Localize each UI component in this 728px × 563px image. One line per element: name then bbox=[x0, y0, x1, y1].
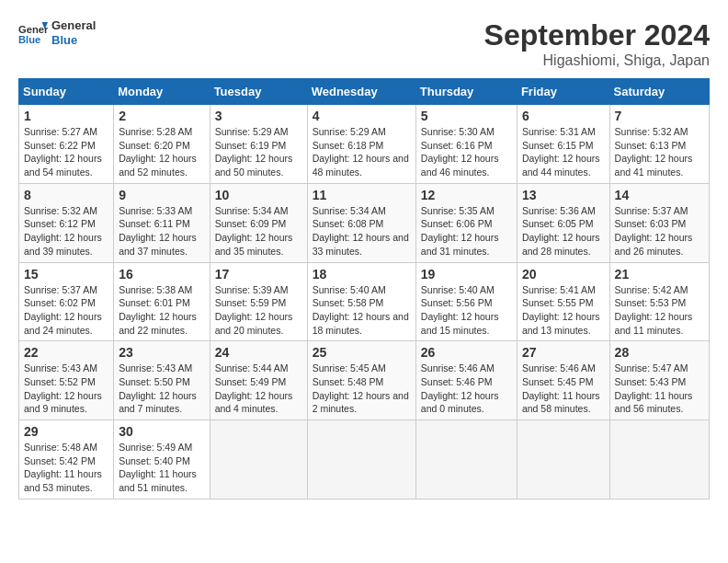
calendar-week-5: 29Sunrise: 5:48 AMSunset: 5:42 PMDayligh… bbox=[19, 420, 710, 500]
day-info: Sunrise: 5:31 AMSunset: 6:15 PMDaylight:… bbox=[522, 125, 605, 179]
calendar-week-4: 22Sunrise: 5:43 AMSunset: 5:52 PMDayligh… bbox=[19, 341, 710, 420]
day-number: 7 bbox=[615, 109, 704, 123]
day-info: Sunrise: 5:33 AMSunset: 6:11 PMDaylight:… bbox=[119, 204, 204, 259]
calendar-body: 1Sunrise: 5:27 AMSunset: 6:22 PMDaylight… bbox=[19, 105, 710, 500]
location-title: Higashiomi, Shiga, Japan bbox=[484, 52, 710, 69]
day-info: Sunrise: 5:48 AMSunset: 5:42 PMDaylight:… bbox=[24, 441, 108, 495]
calendar-cell: 27Sunrise: 5:46 AMSunset: 5:45 PMDayligh… bbox=[517, 341, 609, 420]
day-info: Sunrise: 5:49 AMSunset: 5:40 PMDaylight:… bbox=[119, 441, 204, 495]
calendar-cell bbox=[609, 420, 709, 500]
day-number: 8 bbox=[24, 188, 108, 202]
header-cell-sunday: Sunday bbox=[19, 79, 114, 105]
calendar-cell: 19Sunrise: 5:40 AMSunset: 5:56 PMDayligh… bbox=[415, 262, 517, 341]
day-number: 3 bbox=[215, 109, 302, 123]
calendar-cell: 29Sunrise: 5:48 AMSunset: 5:42 PMDayligh… bbox=[19, 420, 114, 500]
day-info: Sunrise: 5:40 AMSunset: 5:58 PMDaylight:… bbox=[313, 283, 411, 338]
day-number: 1 bbox=[24, 109, 108, 123]
day-info: Sunrise: 5:29 AMSunset: 6:18 PMDaylight:… bbox=[313, 125, 411, 179]
day-number: 2 bbox=[119, 109, 204, 123]
calendar-cell: 13Sunrise: 5:36 AMSunset: 6:05 PMDayligh… bbox=[517, 183, 609, 262]
calendar-cell: 21Sunrise: 5:42 AMSunset: 5:53 PMDayligh… bbox=[609, 262, 709, 341]
day-number: 11 bbox=[313, 188, 411, 202]
header-cell-tuesday: Tuesday bbox=[210, 79, 307, 105]
day-number: 16 bbox=[119, 267, 204, 282]
day-info: Sunrise: 5:32 AMSunset: 6:12 PMDaylight:… bbox=[24, 204, 108, 259]
day-number: 9 bbox=[119, 188, 204, 202]
calendar-cell: 28Sunrise: 5:47 AMSunset: 5:43 PMDayligh… bbox=[609, 341, 709, 420]
calendar-cell bbox=[517, 420, 609, 500]
day-info: Sunrise: 5:44 AMSunset: 5:49 PMDaylight:… bbox=[215, 362, 302, 416]
calendar-cell: 23Sunrise: 5:43 AMSunset: 5:50 PMDayligh… bbox=[114, 341, 210, 420]
day-number: 17 bbox=[215, 267, 302, 282]
day-number: 28 bbox=[615, 345, 704, 360]
day-info: Sunrise: 5:39 AMSunset: 5:59 PMDaylight:… bbox=[215, 283, 302, 338]
day-number: 24 bbox=[215, 345, 302, 360]
day-number: 6 bbox=[522, 109, 605, 123]
day-info: Sunrise: 5:34 AMSunset: 6:09 PMDaylight:… bbox=[215, 204, 302, 259]
logo-line2: Blue bbox=[51, 33, 96, 48]
calendar-header-row: SundayMondayTuesdayWednesdayThursdayFrid… bbox=[19, 79, 710, 105]
calendar-week-3: 15Sunrise: 5:37 AMSunset: 6:02 PMDayligh… bbox=[19, 262, 710, 341]
day-number: 14 bbox=[615, 188, 704, 202]
calendar-cell: 20Sunrise: 5:41 AMSunset: 5:55 PMDayligh… bbox=[517, 262, 609, 341]
day-info: Sunrise: 5:45 AMSunset: 5:48 PMDaylight:… bbox=[313, 362, 411, 416]
day-info: Sunrise: 5:38 AMSunset: 6:01 PMDaylight:… bbox=[119, 283, 204, 338]
calendar-cell: 22Sunrise: 5:43 AMSunset: 5:52 PMDayligh… bbox=[19, 341, 114, 420]
calendar-cell: 25Sunrise: 5:45 AMSunset: 5:48 PMDayligh… bbox=[307, 341, 415, 420]
calendar-cell: 3Sunrise: 5:29 AMSunset: 6:19 PMDaylight… bbox=[210, 105, 307, 184]
day-info: Sunrise: 5:47 AMSunset: 5:43 PMDaylight:… bbox=[615, 362, 704, 416]
calendar-cell: 24Sunrise: 5:44 AMSunset: 5:49 PMDayligh… bbox=[210, 341, 307, 420]
day-info: Sunrise: 5:40 AMSunset: 5:56 PMDaylight:… bbox=[421, 283, 512, 338]
day-info: Sunrise: 5:34 AMSunset: 6:08 PMDaylight:… bbox=[313, 204, 411, 259]
day-info: Sunrise: 5:29 AMSunset: 6:19 PMDaylight:… bbox=[215, 125, 302, 179]
calendar-cell: 18Sunrise: 5:40 AMSunset: 5:58 PMDayligh… bbox=[307, 262, 415, 341]
day-info: Sunrise: 5:28 AMSunset: 6:20 PMDaylight:… bbox=[119, 125, 204, 179]
day-info: Sunrise: 5:32 AMSunset: 6:13 PMDaylight:… bbox=[615, 125, 704, 179]
day-number: 13 bbox=[522, 188, 605, 202]
day-number: 27 bbox=[522, 345, 605, 360]
month-title: September 2024 bbox=[484, 18, 710, 52]
header-cell-wednesday: Wednesday bbox=[307, 79, 415, 105]
day-info: Sunrise: 5:46 AMSunset: 5:46 PMDaylight:… bbox=[421, 362, 512, 416]
calendar-cell: 30Sunrise: 5:49 AMSunset: 5:40 PMDayligh… bbox=[114, 420, 210, 500]
calendar-cell: 11Sunrise: 5:34 AMSunset: 6:08 PMDayligh… bbox=[307, 183, 415, 262]
calendar-week-1: 1Sunrise: 5:27 AMSunset: 6:22 PMDaylight… bbox=[19, 105, 710, 184]
day-number: 4 bbox=[313, 109, 411, 123]
calendar-cell: 8Sunrise: 5:32 AMSunset: 6:12 PMDaylight… bbox=[19, 183, 114, 262]
calendar-cell: 10Sunrise: 5:34 AMSunset: 6:09 PMDayligh… bbox=[210, 183, 307, 262]
header-cell-thursday: Thursday bbox=[415, 79, 517, 105]
header-cell-monday: Monday bbox=[114, 79, 210, 105]
logo-icon: General Blue bbox=[18, 18, 48, 48]
day-info: Sunrise: 5:37 AMSunset: 6:02 PMDaylight:… bbox=[24, 283, 108, 338]
calendar-cell: 4Sunrise: 5:29 AMSunset: 6:18 PMDaylight… bbox=[307, 105, 415, 184]
day-number: 19 bbox=[421, 267, 512, 282]
title-area: September 2024 Higashiomi, Shiga, Japan bbox=[484, 18, 710, 69]
day-info: Sunrise: 5:43 AMSunset: 5:50 PMDaylight:… bbox=[119, 362, 204, 416]
day-info: Sunrise: 5:46 AMSunset: 5:45 PMDaylight:… bbox=[522, 362, 605, 416]
day-number: 15 bbox=[24, 267, 108, 282]
calendar-week-2: 8Sunrise: 5:32 AMSunset: 6:12 PMDaylight… bbox=[19, 183, 710, 262]
day-number: 10 bbox=[215, 188, 302, 202]
day-info: Sunrise: 5:42 AMSunset: 5:53 PMDaylight:… bbox=[615, 283, 704, 338]
day-number: 20 bbox=[522, 267, 605, 282]
day-info: Sunrise: 5:43 AMSunset: 5:52 PMDaylight:… bbox=[24, 362, 108, 416]
day-number: 12 bbox=[421, 188, 512, 202]
calendar-cell: 12Sunrise: 5:35 AMSunset: 6:06 PMDayligh… bbox=[415, 183, 517, 262]
day-info: Sunrise: 5:35 AMSunset: 6:06 PMDaylight:… bbox=[421, 204, 512, 259]
day-number: 22 bbox=[24, 345, 108, 360]
calendar-cell bbox=[210, 420, 307, 500]
calendar-cell: 14Sunrise: 5:37 AMSunset: 6:03 PMDayligh… bbox=[609, 183, 709, 262]
day-info: Sunrise: 5:36 AMSunset: 6:05 PMDaylight:… bbox=[522, 204, 605, 259]
header: General Blue General Blue September 2024… bbox=[18, 18, 710, 69]
calendar-table: SundayMondayTuesdayWednesdayThursdayFrid… bbox=[18, 78, 710, 500]
day-info: Sunrise: 5:30 AMSunset: 6:16 PMDaylight:… bbox=[421, 125, 512, 179]
calendar-cell: 1Sunrise: 5:27 AMSunset: 6:22 PMDaylight… bbox=[19, 105, 114, 184]
calendar-cell: 17Sunrise: 5:39 AMSunset: 5:59 PMDayligh… bbox=[210, 262, 307, 341]
logo-line1: General bbox=[51, 18, 96, 33]
calendar-cell bbox=[307, 420, 415, 500]
day-number: 30 bbox=[119, 424, 204, 439]
svg-text:Blue: Blue bbox=[18, 34, 40, 45]
calendar-cell: 6Sunrise: 5:31 AMSunset: 6:15 PMDaylight… bbox=[517, 105, 609, 184]
day-number: 21 bbox=[615, 267, 704, 282]
day-info: Sunrise: 5:41 AMSunset: 5:55 PMDaylight:… bbox=[522, 283, 605, 338]
